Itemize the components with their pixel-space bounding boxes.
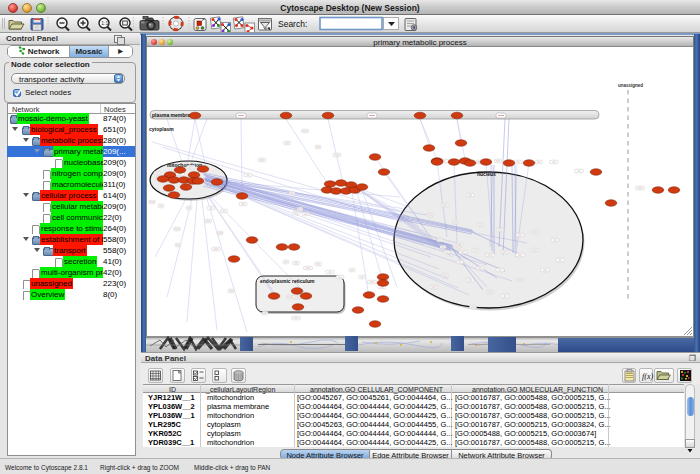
svg-text:unassigned: unassigned	[618, 83, 643, 88]
svg-text:cytoplasm: cytoplasm	[149, 126, 174, 132]
svg-text:mitochondrion: mitochondrion	[167, 162, 202, 168]
svg-text:endoplasmic reticulum: endoplasmic reticulum	[260, 278, 315, 284]
svg-text:1:1: 1:1	[101, 20, 108, 26]
svg-text:Search:: Search:	[278, 19, 307, 29]
svg-text:f(x): f(x)	[642, 372, 653, 381]
svg-text:nucleus: nucleus	[477, 171, 496, 177]
